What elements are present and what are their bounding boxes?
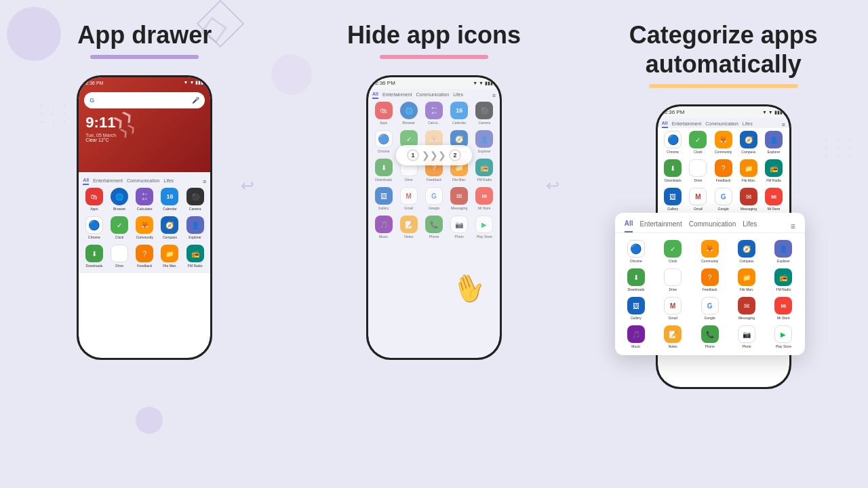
calc-label-2: Calcul...	[428, 121, 440, 125]
tab-menu-3[interactable]: ≡	[781, 121, 785, 128]
list-item[interactable]: 🔵 Chrome	[83, 216, 105, 239]
list-item[interactable]: 📝 Notes	[662, 325, 684, 348]
list-item[interactable]: 📁 File Man.	[738, 159, 760, 182]
list-item[interactable]: 🦊 Community	[134, 216, 155, 239]
col-hide-icons: Hide app icons 2:36 PM ▼ ▼ ▮▮▮ All Enter…	[290, 0, 579, 488]
list-item[interactable]: 🎵 Music	[625, 325, 647, 348]
list-item[interactable]: 🌐 Browser	[398, 102, 420, 125]
list-item[interactable]: ✉ Messaging	[736, 297, 757, 320]
list-item[interactable]: 🦊 Community	[699, 240, 721, 263]
list-item[interactable]: 🧭 Compass	[736, 240, 757, 263]
list-item[interactable]: ? Feedback	[134, 245, 155, 268]
status-bar-2: 2:36 PM ▼ ▼ ▮▮▮	[368, 77, 500, 89]
list-item[interactable]: 📷 Photo	[448, 216, 470, 239]
list-item[interactable]: ▶ Play Store	[772, 325, 794, 348]
list-item[interactable]: M Gmail	[662, 297, 684, 320]
list-item[interactable]: △ Drive	[108, 245, 130, 268]
tab-lifes-1[interactable]: Lifes	[164, 178, 174, 184]
list-item[interactable]: ⬇ Downloads	[625, 268, 647, 291]
tab-communication-1[interactable]: Communication	[127, 178, 160, 184]
list-item[interactable]: ✓ Clock	[687, 131, 709, 154]
list-item[interactable]: Mi Mi Store	[763, 188, 785, 211]
tab-all-3[interactable]: All	[662, 121, 668, 128]
list-item[interactable]: 📻 FM Radio	[763, 159, 785, 182]
tab-entertainment-1[interactable]: Entertainment	[93, 178, 123, 184]
list-item[interactable]: ⬇ Downloads	[83, 245, 105, 268]
chrome-icon: 🔵	[85, 216, 103, 234]
app-row-2: 🔵 Chrome ✓ Clock 🦊 Community 🧭	[79, 214, 210, 242]
list-item[interactable]: △ Drive	[687, 159, 709, 182]
popup-tab-all[interactable]: All	[625, 220, 633, 232]
list-item[interactable]: 👤 Explorer	[772, 240, 794, 263]
list-item[interactable]: Mi Mi Store	[473, 187, 495, 210]
list-item[interactable]: 🖼 Gallery	[625, 297, 647, 320]
list-item[interactable]: 👤 Explorer	[763, 131, 785, 154]
list-item[interactable]: △ Drive	[662, 268, 684, 291]
tab-communication-2[interactable]: Communication	[416, 92, 450, 98]
messaging-label-3: Messaging	[741, 207, 757, 211]
list-item[interactable]: 📝 Notes	[398, 216, 420, 239]
list-item[interactable]: Mi Mi Store	[772, 297, 794, 320]
mistore-icon-3: Mi	[765, 188, 783, 205]
list-item[interactable]: 📁 File Man.	[159, 245, 180, 268]
list-item[interactable]: M Gmail	[398, 187, 420, 210]
tab-lifes-3[interactable]: Lifes	[743, 121, 753, 127]
list-item[interactable]: 👤 Explorer	[184, 216, 206, 239]
list-item[interactable]: 🔵 Chrome	[662, 131, 684, 154]
list-item[interactable]: 🖼 Gallery	[662, 188, 684, 211]
list-item[interactable]: +−×÷ Calculator	[134, 188, 155, 211]
list-item[interactable]: ⚫ Camera	[184, 188, 206, 211]
phone-screen-2: 2:36 PM ▼ ▼ ▮▮▮ All Entertainment Commun…	[368, 77, 500, 358]
list-item[interactable]: 🔵 Chrome	[625, 240, 647, 263]
list-item[interactable]: 📷 Photo	[736, 325, 757, 348]
list-item[interactable]: G Google	[423, 187, 445, 210]
list-item[interactable]: 📻 FM Radio	[772, 268, 794, 291]
list-item[interactable]: 🦊 Community	[713, 131, 734, 154]
list-item[interactable]: 📁 File Man.	[736, 268, 757, 291]
list-item[interactable]: ✉ Messaging	[448, 187, 470, 210]
tab-all-1[interactable]: All	[83, 178, 89, 185]
list-item[interactable]: ✉ Messaging	[738, 188, 760, 211]
title-app-drawer: App drawer	[77, 20, 212, 49]
list-item[interactable]: 16 Calendar	[159, 188, 180, 211]
list-item[interactable]: ✓ Clock	[108, 216, 130, 239]
list-item[interactable]: 🛍 Apps	[373, 102, 395, 125]
tab-lifes-2[interactable]: Lifes	[453, 92, 463, 98]
list-item[interactable]: ▶ Play Store	[473, 216, 495, 239]
tab-all-2[interactable]: All	[372, 92, 378, 99]
popup-tab-communication[interactable]: Communication	[689, 220, 736, 232]
list-item[interactable]: M Gmail	[687, 188, 709, 211]
notes-label-2: Notes	[404, 235, 413, 239]
popup-tab-lifes[interactable]: Lifes	[743, 220, 757, 232]
underline-categorize	[649, 84, 798, 88]
list-item[interactable]: 📞 Phone	[423, 216, 445, 239]
tab-menu-1[interactable]: ≡	[203, 178, 206, 185]
tab-entertainment-3[interactable]: Entertainment	[672, 121, 702, 127]
list-item[interactable]: 📻 FM Radio	[184, 245, 206, 268]
list-item[interactable]: ⬇ Downloads	[662, 159, 684, 182]
tab-entertainment-2[interactable]: Entertainment	[382, 92, 412, 98]
list-item[interactable]: 🖼 Gallery	[373, 187, 395, 210]
tab-communication-3[interactable]: Communication	[705, 121, 738, 127]
list-item[interactable]: ⚫ Camera	[473, 102, 495, 125]
list-item[interactable]: 🧭 Compass	[159, 216, 180, 239]
popup-tab-entertainment[interactable]: Entertainment	[639, 220, 682, 232]
list-item[interactable]: G Google	[713, 188, 734, 211]
list-item[interactable]: ? Feedback	[699, 268, 721, 291]
list-item[interactable]: 🌐 Browser	[108, 188, 130, 211]
list-item[interactable]: 🛍 Apps	[83, 188, 105, 211]
list-item[interactable]: 16 Calendar	[448, 102, 470, 125]
popup-notes: 📝	[664, 325, 682, 343]
list-item[interactable]: 🎵 Music	[373, 216, 395, 239]
list-item[interactable]: G Google	[699, 297, 721, 320]
list-item[interactable]: +−×÷ Calcul...	[423, 102, 445, 125]
tab-menu-2[interactable]: ≡	[492, 92, 496, 99]
phone1-search-bar[interactable]: G 🎤	[84, 92, 205, 108]
list-item[interactable]: ? Feedback	[713, 159, 734, 182]
list-item[interactable]: 🧭 Compass	[738, 131, 760, 154]
list-item[interactable]: 📞 Phone	[699, 325, 721, 348]
drag-arrows: ❯❯❯	[422, 150, 446, 161]
fileman-icon: 📁	[161, 245, 178, 262]
list-item[interactable]: ✓ Clock	[662, 240, 684, 263]
popup-tab-menu[interactable]: ≡	[791, 222, 795, 231]
